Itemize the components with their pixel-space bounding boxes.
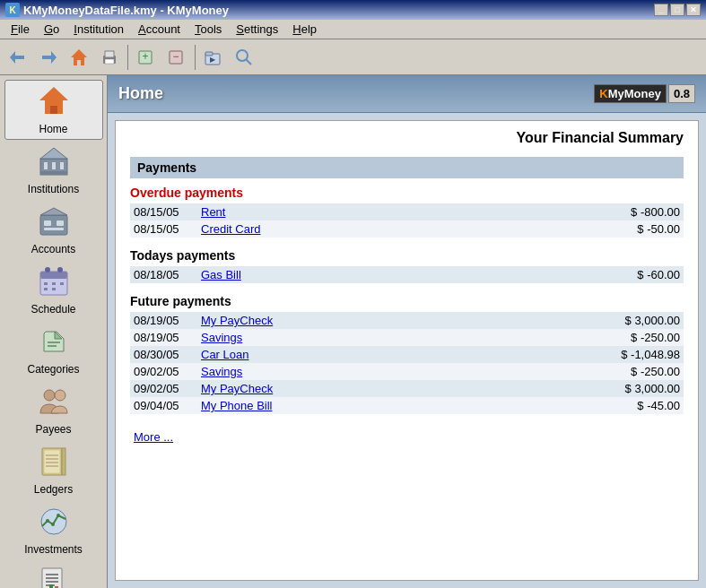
sidebar-item-schedule[interactable]: Schedule bbox=[4, 262, 103, 320]
today-amount-0: $ -60.00 bbox=[590, 268, 680, 281]
svg-line-14 bbox=[246, 59, 251, 65]
sidebar: Home Institutions Accounts Schedule Cate bbox=[0, 75, 108, 588]
panel-scroll[interactable]: Your Financial Summary Payments Overdue … bbox=[115, 120, 699, 581]
sidebar-item-home[interactable]: Home bbox=[4, 80, 103, 140]
app-logo: KMyMoney 0.8 bbox=[594, 84, 695, 103]
menu-file[interactable]: FFileile bbox=[4, 21, 37, 38]
future-date-3: 09/02/05 bbox=[134, 365, 201, 378]
investments-icon bbox=[39, 506, 69, 541]
svg-point-51 bbox=[57, 514, 60, 517]
menu-institution[interactable]: Institution bbox=[66, 21, 131, 38]
today-name-0[interactable]: Gas Bill bbox=[201, 268, 590, 281]
logo-version: 0.8 bbox=[668, 84, 695, 103]
sidebar-item-accounts[interactable]: Accounts bbox=[4, 202, 103, 260]
overdue-date-0: 08/15/05 bbox=[134, 205, 201, 219]
menu-settings[interactable]: Settings bbox=[229, 21, 285, 38]
svg-point-40 bbox=[55, 390, 65, 401]
today-title: Todays payments bbox=[130, 248, 684, 263]
overdue-name-1[interactable]: Credit Card bbox=[201, 222, 590, 236]
svg-rect-35 bbox=[44, 288, 48, 290]
menu-tools[interactable]: Tools bbox=[187, 21, 229, 38]
logo-text: MyMoney bbox=[608, 87, 661, 100]
svg-point-30 bbox=[45, 267, 50, 272]
svg-marker-0 bbox=[10, 51, 24, 64]
overdue-row-1: 08/15/05 Credit Card $ -50.00 bbox=[130, 220, 684, 238]
svg-marker-24 bbox=[40, 208, 67, 215]
svg-rect-16 bbox=[50, 106, 57, 114]
future-name-3[interactable]: Savings bbox=[201, 365, 590, 378]
svg-rect-5 bbox=[105, 59, 114, 64]
svg-rect-19 bbox=[44, 162, 48, 169]
delete-button[interactable]: − bbox=[162, 43, 191, 72]
sidebar-item-institutions[interactable]: Institutions bbox=[4, 142, 103, 200]
menu-account[interactable]: Account bbox=[131, 21, 187, 38]
institutions-icon bbox=[39, 146, 69, 181]
home-icon bbox=[38, 84, 70, 121]
future-amount-1: $ -250.00 bbox=[590, 331, 680, 344]
sidebar-item-investments[interactable]: Investments bbox=[4, 502, 103, 560]
sidebar-label-ledgers: Ledgers bbox=[34, 483, 73, 496]
more-link[interactable]: More ... bbox=[130, 428, 177, 445]
reports-icon bbox=[39, 566, 69, 588]
sidebar-label-payees: Payees bbox=[35, 423, 71, 436]
future-row-4: 09/02/05 My PayCheck $ 3,000.00 bbox=[130, 380, 684, 397]
future-date-1: 08/19/05 bbox=[134, 331, 201, 344]
svg-point-50 bbox=[51, 523, 55, 526]
minimize-button[interactable]: _ bbox=[654, 4, 668, 16]
menu-help[interactable]: Help bbox=[285, 21, 324, 38]
ledgers-icon bbox=[39, 446, 69, 481]
payees-icon bbox=[39, 386, 69, 421]
panel-container: Your Financial Summary Payments Overdue … bbox=[108, 113, 706, 588]
svg-point-49 bbox=[46, 519, 49, 523]
sidebar-label-home: Home bbox=[39, 123, 67, 135]
svg-marker-1 bbox=[42, 51, 57, 64]
today-row-0: 08/18/05 Gas Bill $ -60.00 bbox=[130, 266, 684, 283]
sidebar-item-categories[interactable]: Categories bbox=[4, 322, 103, 380]
panel-inner: Your Financial Summary Payments Overdue … bbox=[116, 121, 698, 480]
search-button[interactable] bbox=[230, 43, 258, 72]
svg-rect-4 bbox=[105, 51, 114, 57]
accounts-icon bbox=[39, 206, 69, 241]
future-amount-3: $ -250.00 bbox=[590, 365, 680, 378]
home-button[interactable] bbox=[65, 43, 93, 72]
sidebar-item-payees[interactable]: Payees bbox=[4, 382, 103, 440]
sidebar-item-ledgers[interactable]: Ledgers bbox=[4, 442, 103, 500]
svg-text:+: + bbox=[142, 50, 148, 63]
toolbar-sep-2 bbox=[195, 45, 196, 70]
svg-marker-18 bbox=[40, 148, 67, 159]
svg-rect-34 bbox=[60, 282, 64, 285]
sidebar-item-reports[interactable]: Reports bbox=[4, 562, 103, 588]
toolbar: + − ▶ bbox=[0, 39, 706, 75]
menu-go[interactable]: Go bbox=[37, 21, 66, 38]
print-button[interactable] bbox=[95, 43, 124, 72]
future-row-0: 08/19/05 My PayCheck $ 3,000.00 bbox=[130, 312, 684, 329]
future-amount-0: $ 3,000.00 bbox=[590, 314, 680, 327]
overdue-row-0: 08/15/05 Rent $ -800.00 bbox=[130, 203, 684, 220]
svg-rect-47 bbox=[62, 448, 65, 475]
future-name-2[interactable]: Car Loan bbox=[201, 348, 590, 361]
future-amount-5: $ -45.00 bbox=[590, 399, 680, 412]
menu-bar: FFileile Go Institution Account Tools Se… bbox=[0, 20, 706, 39]
svg-rect-20 bbox=[52, 162, 56, 169]
new-transaction-button[interactable]: + bbox=[132, 43, 161, 72]
categories-icon bbox=[39, 326, 69, 361]
overdue-name-0[interactable]: Rent bbox=[201, 205, 590, 219]
future-name-0[interactable]: My PayCheck bbox=[201, 314, 590, 327]
svg-point-31 bbox=[57, 267, 63, 272]
close-button[interactable]: ✕ bbox=[686, 4, 701, 16]
future-row-2: 08/30/05 Car Loan $ -1,048.98 bbox=[130, 346, 684, 363]
open-account-button[interactable]: ▶ bbox=[199, 43, 228, 72]
svg-rect-32 bbox=[44, 282, 48, 285]
content-title: Home bbox=[118, 84, 163, 103]
forward-button[interactable] bbox=[34, 43, 63, 72]
future-name-1[interactable]: Savings bbox=[201, 331, 590, 344]
future-name-5[interactable]: My Phone Bill bbox=[201, 399, 590, 412]
future-name-4[interactable]: My PayCheck bbox=[201, 382, 590, 395]
content-header: Home KMyMoney 0.8 bbox=[108, 75, 706, 113]
svg-rect-26 bbox=[57, 220, 64, 226]
svg-rect-53 bbox=[46, 574, 58, 575]
maximize-button[interactable]: □ bbox=[670, 4, 684, 16]
back-button[interactable] bbox=[4, 43, 32, 72]
svg-text:−: − bbox=[172, 50, 179, 63]
future-date-0: 08/19/05 bbox=[134, 314, 201, 327]
